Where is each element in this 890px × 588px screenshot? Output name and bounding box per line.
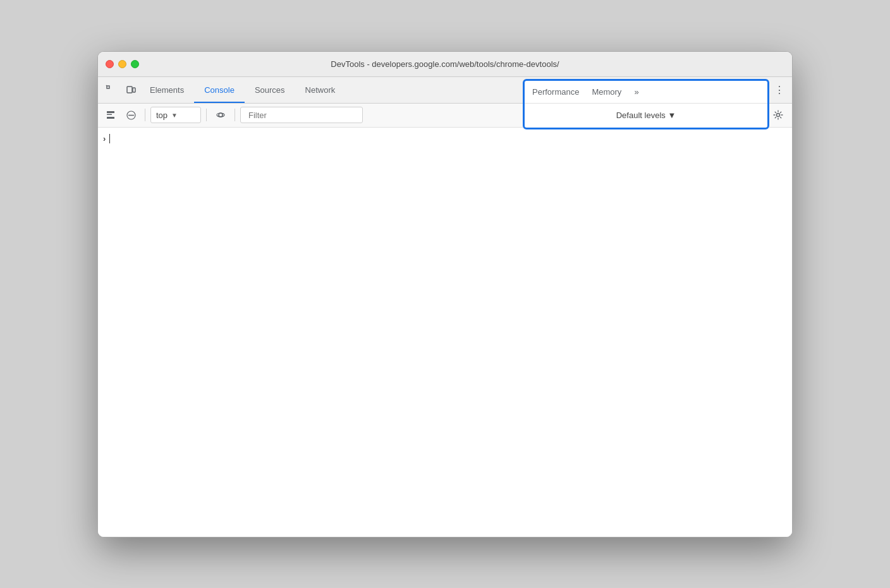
cursor [109,133,110,144]
console-settings-button[interactable] [769,106,787,124]
devtools-window: DevTools - developers.google.com/web/too… [97,51,793,537]
tab-memory[interactable]: Memory [592,87,621,97]
toolbar-separator-1 [145,109,145,121]
highlight-overlay: Performance Memory » Default levels ▼ [523,79,769,129]
tab-performance[interactable]: Performance [532,87,579,97]
tab-console[interactable]: Console [194,77,245,104]
more-tabs-button[interactable]: ⋮ [771,81,788,99]
tab-bar-right-icons: ⋮ [771,81,788,99]
tab-elements[interactable]: Elements [140,77,194,104]
filter-container [240,107,363,123]
toolbar-separator-3 [235,109,235,121]
svg-rect-0 [127,87,132,93]
prompt-chevron: › [103,133,106,143]
inspect-element-button[interactable] [102,81,119,99]
svg-point-9 [777,114,780,117]
traffic-lights [106,60,139,68]
devtools-panel: Elements Console Sources Network Perform… [98,77,792,537]
tab-bar-left-icons [102,81,140,99]
console-output-area[interactable]: › [98,128,792,537]
context-selector[interactable]: top ▼ [150,107,201,123]
filter-input[interactable] [243,109,360,122]
tab-network[interactable]: Network [295,77,346,104]
context-label: top [156,111,168,120]
minimize-button[interactable] [118,60,126,68]
live-expressions-button[interactable] [212,106,229,124]
svg-rect-1 [133,88,135,92]
console-prompt: › [98,130,792,147]
svg-rect-2 [107,111,114,113]
device-toolbar-button[interactable] [122,81,140,99]
svg-rect-3 [107,117,114,119]
highlight-tab-row: Performance Memory » [525,81,767,104]
default-levels-button[interactable]: Default levels ▼ [616,111,676,120]
maximize-button[interactable] [131,60,139,68]
title-bar: DevTools - developers.google.com/web/too… [98,52,792,77]
window-title: DevTools - developers.google.com/web/too… [331,59,559,69]
tab-bar: Elements Console Sources Network Perform… [98,77,792,104]
toolbar-separator-2 [206,109,207,121]
svg-point-7 [219,113,222,117]
default-levels-row: Default levels ▼ [525,104,767,128]
svg-rect-4 [107,114,112,116]
clear-console-button[interactable] [122,106,140,124]
tab-sources[interactable]: Sources [245,77,295,104]
close-button[interactable] [106,60,114,68]
toolbar-left: top ▼ [102,106,363,124]
tab-more[interactable]: » [634,87,638,97]
context-dropdown-arrow: ▼ [171,112,178,119]
show-drawer-button[interactable] [102,106,119,124]
svg-point-8 [217,113,224,117]
